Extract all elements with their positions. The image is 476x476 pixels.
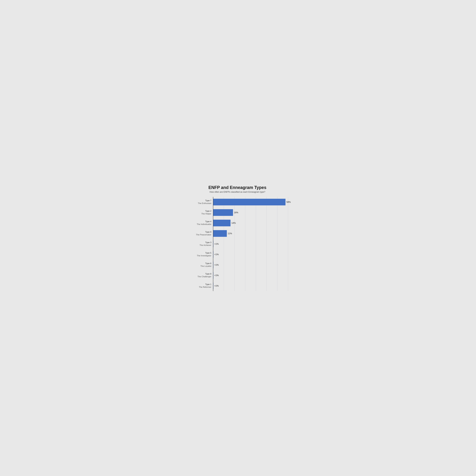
bar-value-label: <1% (214, 243, 219, 245)
type-name: Type 3 (187, 241, 211, 244)
bar-track: <1% (213, 249, 288, 260)
bar-label: Type 1The Reformer (187, 283, 213, 288)
bar-label: Type 6The Loyalist (187, 262, 213, 267)
bar-row: Type 9The Peacemaker11% (187, 228, 288, 239)
type-desc: The Peacemaker (187, 234, 211, 236)
type-name: Type 1 (187, 283, 211, 286)
type-desc: The Enthusiast (187, 202, 211, 205)
type-name: Type 4 (187, 220, 211, 223)
type-desc: The Helper (187, 213, 211, 215)
bar-track: <1% (213, 281, 288, 291)
bar-row: Type 1The Reformer<1% (187, 281, 288, 291)
type-name: Type 7 (187, 199, 211, 202)
bar-track: <1% (213, 239, 288, 249)
type-name: Type 6 (187, 262, 211, 265)
bars-container: Type 7The Enthusiast58%Type 2The Helper1… (187, 197, 288, 291)
bar-value-label: <1% (214, 264, 219, 266)
bar-row: Type 7The Enthusiast58% (187, 197, 288, 207)
bar-value-label: 11% (228, 232, 232, 235)
bar-value-label: 58% (287, 201, 291, 203)
type-name: Type 5 (187, 252, 211, 254)
bar-label: Type 7The Enthusiast (187, 199, 213, 204)
bar-label: Type 8The Challenger (187, 273, 213, 278)
bar-row: Type 5The Investigator<1% (187, 249, 288, 260)
bar-row: Type 2The Helper16% (187, 207, 288, 218)
type-desc: The Individualist (187, 223, 211, 226)
bar-label: Type 3The Achiever (187, 241, 213, 246)
chart-container: ENFP and Enneagram Types How often are E… (185, 180, 291, 296)
y-axis-line (213, 197, 213, 291)
chart-plot-area: Type 7The Enthusiast58%Type 2The Helper1… (187, 197, 288, 291)
bar-value-label: <1% (214, 285, 219, 287)
bar-track: 11% (213, 228, 288, 239)
chart-subtitle: How often are ENFPs classified as each E… (187, 191, 288, 193)
bar-track: 58% (213, 197, 288, 207)
bar-value-label: <1% (214, 253, 219, 255)
type-name: Type 2 (187, 210, 211, 212)
bar-track: 16% (213, 207, 288, 218)
type-desc: The Investigator (187, 255, 211, 257)
bar-label: Type 4The Individualist (187, 220, 213, 225)
bar-value-label: 14% (231, 222, 236, 224)
bar-row: Type 3The Achiever<1% (187, 239, 288, 249)
bar-fill: 16% (213, 209, 233, 216)
bar-row: Type 4The Individualist14% (187, 218, 288, 228)
type-desc: The Achiever (187, 244, 211, 247)
bar-fill: 58% (213, 199, 286, 205)
type-name: Type 9 (187, 231, 211, 233)
bar-track: <1% (213, 270, 288, 281)
bar-value-label: 16% (234, 211, 238, 214)
bar-label: Type 2The Helper (187, 210, 213, 215)
bar-row: Type 6The Loyalist<1% (187, 260, 288, 270)
type-desc: The Challenger (187, 275, 211, 278)
bar-track: 14% (213, 218, 288, 228)
type-name: Type 8 (187, 273, 211, 275)
bar-fill: 11% (213, 230, 227, 237)
type-desc: The Loyalist (187, 265, 211, 268)
type-desc: The Reformer (187, 286, 211, 289)
bar-row: Type 8The Challenger<1% (187, 270, 288, 281)
bar-track: <1% (213, 260, 288, 270)
chart-title: ENFP and Enneagram Types (187, 185, 288, 190)
bar-label: Type 5The Investigator (187, 252, 213, 257)
bar-fill: 14% (213, 220, 231, 226)
bar-value-label: <1% (214, 274, 219, 276)
bar-label: Type 9The Peacemaker (187, 231, 213, 236)
